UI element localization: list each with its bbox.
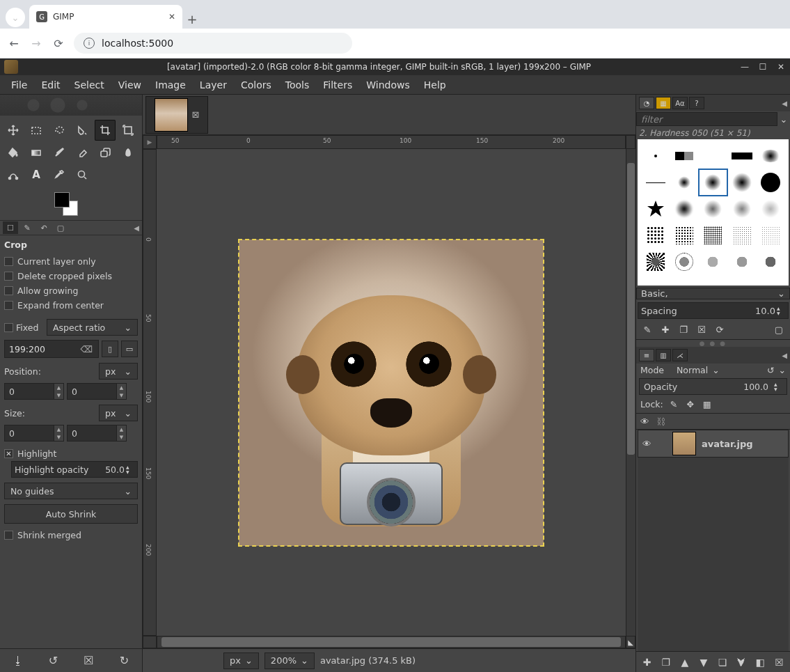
restore-preset-icon[interactable]: ↺ (45, 652, 63, 670)
menu-help[interactable]: Help (417, 77, 453, 93)
brush-item[interactable] (728, 223, 755, 248)
menu-image[interactable]: Image (148, 77, 193, 93)
text-tool[interactable]: A (26, 164, 47, 185)
brush-item[interactable] (670, 223, 697, 248)
allow-growing-checkbox[interactable] (4, 286, 13, 295)
canvas[interactable] (157, 149, 626, 636)
brush-filter-input[interactable]: filter (636, 112, 777, 126)
tool-options-tab[interactable]: ☐ (3, 221, 18, 234)
document-close-icon[interactable]: ⊠ (192, 109, 200, 120)
browser-tab[interactable]: G GIMP ✕ (29, 5, 182, 29)
brush-item[interactable] (700, 249, 727, 274)
vertical-scrollbar[interactable] (626, 149, 635, 636)
layer-visibility-icon[interactable]: 👁 (642, 439, 651, 449)
forward-button[interactable]: → (29, 37, 43, 50)
color-swatches[interactable] (54, 192, 85, 219)
move-tool[interactable] (3, 120, 24, 141)
brush-item[interactable] (728, 196, 755, 221)
reset-preset-icon[interactable]: ↻ (116, 652, 134, 670)
brush-item[interactable] (757, 196, 784, 221)
vertical-ruler[interactable]: 0 50 100 150 200 (143, 149, 157, 636)
paths-tab[interactable]: ⋌ (672, 349, 688, 361)
fixed-mode-select[interactable]: Aspect ratio⌄ (47, 319, 138, 336)
brush-item[interactable] (728, 170, 755, 195)
window-minimize-button[interactable]: — (736, 62, 754, 72)
raise-layer-icon[interactable]: ▲ (677, 657, 693, 668)
fixed-checkbox[interactable] (4, 323, 13, 332)
visibility-icon[interactable]: 👁 (640, 416, 649, 427)
brush-item-selected[interactable] (700, 170, 727, 195)
clear-icon[interactable]: ⌫ (79, 344, 94, 354)
brush-item[interactable] (642, 196, 669, 221)
aspect-ratio-input[interactable]: 199:200⌫ (4, 340, 99, 358)
size-unit-select[interactable]: px⌄ (99, 405, 138, 421)
new-brush-icon[interactable]: ✚ (658, 323, 672, 337)
lock-alpha-icon[interactable]: ▦ (701, 398, 713, 410)
smudge-tool[interactable] (118, 142, 139, 163)
brush-item[interactable] (642, 223, 669, 248)
mode-switch-icon[interactable]: ↺ (767, 365, 774, 375)
brush-item[interactable] (670, 170, 697, 195)
brush-item[interactable] (757, 170, 784, 195)
open-as-image-icon[interactable]: ▢ (772, 323, 786, 337)
brush-item[interactable] (757, 249, 784, 274)
patterns-tab[interactable]: ▦ (656, 97, 671, 109)
device-status-tab[interactable]: ✎ (19, 221, 35, 234)
navigation-icon[interactable]: ◣ (626, 636, 635, 648)
horizontal-ruler[interactable]: 50 0 50 100 150 200 (157, 135, 626, 149)
blend-mode-select[interactable]: Normal⌄ (677, 365, 763, 375)
path-tool[interactable] (3, 164, 24, 185)
opacity-slider[interactable]: Opacity 100.0 ▲▼ (639, 378, 787, 395)
delete-cropped-checkbox[interactable] (4, 272, 13, 281)
size-h-input[interactable]: 0 (67, 425, 117, 442)
position-y-input[interactable]: 0 (67, 383, 117, 400)
brush-item[interactable] (670, 196, 697, 221)
tab-list-dropdown[interactable]: ⌄ (6, 8, 25, 27)
bucket-fill-tool[interactable] (3, 142, 24, 163)
size-w-input[interactable]: 0 (4, 425, 54, 442)
rect-select-tool[interactable] (26, 120, 47, 141)
delete-preset-icon[interactable]: ☒ (80, 652, 98, 670)
menu-select[interactable]: Select (68, 77, 111, 93)
orientation-landscape-button[interactable]: ▭ (121, 341, 138, 357)
document-tab[interactable]: ⊠ (145, 96, 208, 134)
delete-layer-icon[interactable]: ☒ (771, 657, 787, 668)
lower-layer-icon[interactable]: ▼ (695, 657, 711, 668)
undo-history-tab[interactable]: ↶ (36, 221, 52, 234)
spinner-down-icon[interactable]: ▼ (54, 433, 63, 441)
new-layer-icon[interactable]: ✚ (639, 657, 655, 668)
fuzzy-select-tool[interactable] (72, 120, 93, 141)
images-tab[interactable]: ▢ (53, 221, 68, 234)
back-button[interactable]: ← (7, 37, 21, 50)
current-layer-only-checkbox[interactable] (4, 257, 13, 266)
layer-name[interactable]: avatar.jpg (702, 439, 753, 449)
orientation-portrait-button[interactable]: ▯ (102, 341, 118, 357)
layers-tab[interactable]: ≡ (639, 349, 654, 361)
spinner-up-icon[interactable]: ▲ (54, 425, 63, 433)
shrink-merged-checkbox[interactable] (4, 531, 13, 540)
position-x-input[interactable]: 0 (4, 383, 54, 400)
brush-item[interactable] (757, 223, 784, 248)
delete-brush-icon[interactable]: ☒ (695, 323, 709, 337)
paintbrush-tool[interactable] (49, 142, 70, 163)
new-tab-button[interactable]: + (182, 9, 202, 29)
expand-from-center-checkbox[interactable] (4, 301, 13, 310)
brush-preset-select[interactable]: Basic,⌄ (636, 288, 790, 299)
spinner-down-icon[interactable]: ▼ (117, 433, 126, 441)
window-close-button[interactable]: ✕ (772, 62, 790, 72)
layer-item[interactable]: 👁 avatar.jpg (638, 430, 789, 458)
crop-tool[interactable] (95, 120, 116, 141)
brush-item[interactable] (670, 249, 697, 274)
horizontal-scrollbar[interactable] (157, 636, 626, 648)
menu-edit[interactable]: Edit (34, 77, 67, 93)
address-bar[interactable]: i localhost:5000 (74, 33, 352, 54)
filter-dropdown-icon[interactable]: ⌄ (777, 114, 790, 125)
zoom-tool[interactable] (72, 164, 93, 185)
fonts-tab[interactable]: Aα (672, 97, 688, 109)
menu-view[interactable]: View (111, 77, 148, 93)
save-preset-icon[interactable]: ⭳ (9, 652, 27, 670)
mask-icon[interactable]: ◧ (752, 657, 768, 668)
menu-layer[interactable]: Layer (193, 77, 234, 93)
lock-pixels-icon[interactable]: ✎ (667, 398, 680, 410)
transform-tool[interactable] (118, 120, 139, 141)
